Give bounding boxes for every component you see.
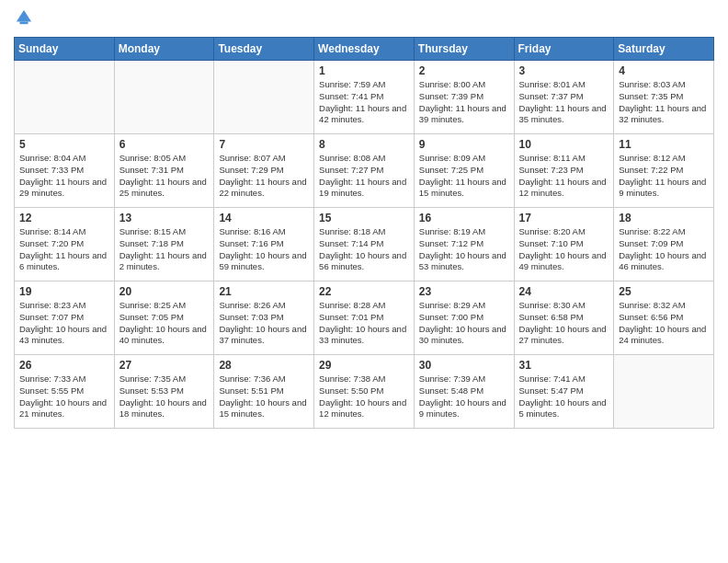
calendar-day: 2Sunrise: 8:00 AM Sunset: 7:39 PM Daylig… xyxy=(414,61,514,134)
calendar-day: 22Sunrise: 8:28 AM Sunset: 7:01 PM Dayli… xyxy=(314,282,415,355)
weekday-header-wednesday: Wednesday xyxy=(314,38,415,61)
calendar-day: 4Sunrise: 8:03 AM Sunset: 7:35 PM Daylig… xyxy=(614,61,714,134)
day-info: Sunrise: 8:16 AM Sunset: 7:16 PM Dayligh… xyxy=(219,226,309,273)
calendar-week-5: 26Sunrise: 7:33 AM Sunset: 5:55 PM Dayli… xyxy=(15,355,714,429)
day-info: Sunrise: 8:25 AM Sunset: 7:05 PM Dayligh… xyxy=(119,300,210,347)
calendar-day: 23Sunrise: 8:29 AM Sunset: 7:00 PM Dayli… xyxy=(414,282,514,355)
day-number: 1 xyxy=(319,64,409,77)
day-info: Sunrise: 7:35 AM Sunset: 5:53 PM Dayligh… xyxy=(119,373,210,420)
logo xyxy=(14,9,36,29)
day-info: Sunrise: 7:33 AM Sunset: 5:55 PM Dayligh… xyxy=(19,373,109,420)
day-info: Sunrise: 8:04 AM Sunset: 7:33 PM Dayligh… xyxy=(19,153,109,200)
calendar-day: 30Sunrise: 7:39 AM Sunset: 5:48 PM Dayli… xyxy=(414,355,514,429)
day-info: Sunrise: 8:03 AM Sunset: 7:35 PM Dayligh… xyxy=(619,79,709,126)
calendar-day: 8Sunrise: 8:08 AM Sunset: 7:27 PM Daylig… xyxy=(314,134,415,208)
calendar-day: 31Sunrise: 7:41 AM Sunset: 5:47 PM Dayli… xyxy=(514,355,614,429)
calendar-day: 9Sunrise: 8:09 AM Sunset: 7:25 PM Daylig… xyxy=(414,134,514,208)
day-info: Sunrise: 8:23 AM Sunset: 7:07 PM Dayligh… xyxy=(19,300,109,347)
calendar-day: 17Sunrise: 8:20 AM Sunset: 7:10 PM Dayli… xyxy=(514,208,614,282)
day-number: 22 xyxy=(319,285,409,298)
calendar-day: 7Sunrise: 8:07 AM Sunset: 7:29 PM Daylig… xyxy=(214,134,314,208)
calendar-day xyxy=(214,61,314,134)
day-info: Sunrise: 8:32 AM Sunset: 6:56 PM Dayligh… xyxy=(619,300,709,347)
day-info: Sunrise: 8:30 AM Sunset: 6:58 PM Dayligh… xyxy=(519,300,609,347)
day-number: 10 xyxy=(519,138,609,151)
day-info: Sunrise: 7:39 AM Sunset: 5:48 PM Dayligh… xyxy=(419,373,509,420)
calendar-day: 20Sunrise: 8:25 AM Sunset: 7:05 PM Dayli… xyxy=(114,282,214,355)
calendar-week-3: 12Sunrise: 8:14 AM Sunset: 7:20 PM Dayli… xyxy=(15,208,714,282)
day-info: Sunrise: 8:20 AM Sunset: 7:10 PM Dayligh… xyxy=(519,226,609,273)
day-info: Sunrise: 8:05 AM Sunset: 7:31 PM Dayligh… xyxy=(119,153,210,200)
day-info: Sunrise: 8:12 AM Sunset: 7:22 PM Dayligh… xyxy=(619,153,709,200)
day-info: Sunrise: 8:09 AM Sunset: 7:25 PM Dayligh… xyxy=(419,153,509,200)
weekday-header-monday: Monday xyxy=(114,38,214,61)
day-number: 26 xyxy=(19,359,109,372)
day-number: 31 xyxy=(519,359,609,372)
day-number: 19 xyxy=(19,285,109,298)
day-info: Sunrise: 8:08 AM Sunset: 7:27 PM Dayligh… xyxy=(319,153,409,200)
day-number: 20 xyxy=(119,285,210,298)
day-info: Sunrise: 8:01 AM Sunset: 7:37 PM Dayligh… xyxy=(519,79,609,126)
day-number: 5 xyxy=(19,138,109,151)
weekday-header-tuesday: Tuesday xyxy=(214,38,314,61)
calendar-week-2: 5Sunrise: 8:04 AM Sunset: 7:33 PM Daylig… xyxy=(15,134,714,208)
day-number: 23 xyxy=(419,285,509,298)
calendar-body: 1Sunrise: 7:59 AM Sunset: 7:41 PM Daylig… xyxy=(15,61,714,429)
weekday-header-saturday: Saturday xyxy=(614,38,714,61)
calendar-day: 24Sunrise: 8:30 AM Sunset: 6:58 PM Dayli… xyxy=(514,282,614,355)
calendar-day: 18Sunrise: 8:22 AM Sunset: 7:09 PM Dayli… xyxy=(614,208,714,282)
day-number: 14 xyxy=(219,212,309,224)
day-info: Sunrise: 8:19 AM Sunset: 7:12 PM Dayligh… xyxy=(419,226,509,273)
day-number: 27 xyxy=(119,359,210,372)
day-number: 17 xyxy=(519,212,609,224)
calendar-day: 10Sunrise: 8:11 AM Sunset: 7:23 PM Dayli… xyxy=(514,134,614,208)
calendar-day: 26Sunrise: 7:33 AM Sunset: 5:55 PM Dayli… xyxy=(15,355,115,429)
day-info: Sunrise: 8:29 AM Sunset: 7:00 PM Dayligh… xyxy=(419,300,509,347)
day-info: Sunrise: 8:00 AM Sunset: 7:39 PM Dayligh… xyxy=(419,79,509,126)
day-number: 15 xyxy=(319,212,409,224)
day-number: 16 xyxy=(419,212,509,224)
calendar-day: 16Sunrise: 8:19 AM Sunset: 7:12 PM Dayli… xyxy=(414,208,514,282)
day-number: 25 xyxy=(619,285,709,298)
weekday-header-sunday: Sunday xyxy=(15,38,115,61)
calendar-day: 27Sunrise: 7:35 AM Sunset: 5:53 PM Dayli… xyxy=(114,355,214,429)
day-number: 8 xyxy=(319,138,409,151)
day-number: 29 xyxy=(319,359,409,372)
calendar-day: 5Sunrise: 8:04 AM Sunset: 7:33 PM Daylig… xyxy=(15,134,115,208)
calendar-day: 11Sunrise: 8:12 AM Sunset: 7:22 PM Dayli… xyxy=(614,134,714,208)
day-info: Sunrise: 8:11 AM Sunset: 7:23 PM Dayligh… xyxy=(519,153,609,200)
page: SundayMondayTuesdayWednesdayThursdayFrid… xyxy=(0,0,728,563)
weekday-header-thursday: Thursday xyxy=(414,38,514,61)
calendar-header: SundayMondayTuesdayWednesdayThursdayFrid… xyxy=(15,38,714,61)
calendar-week-1: 1Sunrise: 7:59 AM Sunset: 7:41 PM Daylig… xyxy=(15,61,714,134)
day-info: Sunrise: 8:26 AM Sunset: 7:03 PM Dayligh… xyxy=(219,300,309,347)
calendar-day xyxy=(114,61,214,134)
day-number: 21 xyxy=(219,285,309,298)
calendar-week-4: 19Sunrise: 8:23 AM Sunset: 7:07 PM Dayli… xyxy=(15,282,714,355)
day-info: Sunrise: 8:15 AM Sunset: 7:18 PM Dayligh… xyxy=(119,226,210,273)
day-number: 18 xyxy=(619,212,709,224)
logo-icon xyxy=(16,9,32,26)
svg-marker-0 xyxy=(17,10,31,22)
day-number: 9 xyxy=(419,138,509,151)
calendar-day: 19Sunrise: 8:23 AM Sunset: 7:07 PM Dayli… xyxy=(15,282,115,355)
calendar-day: 25Sunrise: 8:32 AM Sunset: 6:56 PM Dayli… xyxy=(614,282,714,355)
calendar-day: 3Sunrise: 8:01 AM Sunset: 7:37 PM Daylig… xyxy=(514,61,614,134)
calendar-day: 12Sunrise: 8:14 AM Sunset: 7:20 PM Dayli… xyxy=(15,208,115,282)
calendar-day: 29Sunrise: 7:38 AM Sunset: 5:50 PM Dayli… xyxy=(314,355,415,429)
day-info: Sunrise: 7:59 AM Sunset: 7:41 PM Dayligh… xyxy=(319,79,409,126)
calendar-day: 14Sunrise: 8:16 AM Sunset: 7:16 PM Dayli… xyxy=(214,208,314,282)
calendar-day: 28Sunrise: 7:36 AM Sunset: 5:51 PM Dayli… xyxy=(214,355,314,429)
day-info: Sunrise: 7:41 AM Sunset: 5:47 PM Dayligh… xyxy=(519,373,609,420)
day-info: Sunrise: 8:28 AM Sunset: 7:01 PM Dayligh… xyxy=(319,300,409,347)
day-info: Sunrise: 7:38 AM Sunset: 5:50 PM Dayligh… xyxy=(319,373,409,420)
day-number: 13 xyxy=(119,212,210,224)
day-info: Sunrise: 8:22 AM Sunset: 7:09 PM Dayligh… xyxy=(619,226,709,273)
weekday-header-friday: Friday xyxy=(514,38,614,61)
day-info: Sunrise: 8:18 AM Sunset: 7:14 PM Dayligh… xyxy=(319,226,409,273)
calendar-table: SundayMondayTuesdayWednesdayThursdayFrid… xyxy=(14,37,714,429)
day-info: Sunrise: 8:07 AM Sunset: 7:29 PM Dayligh… xyxy=(219,153,309,200)
day-number: 6 xyxy=(119,138,210,151)
day-number: 2 xyxy=(419,64,509,77)
day-number: 30 xyxy=(419,359,509,372)
